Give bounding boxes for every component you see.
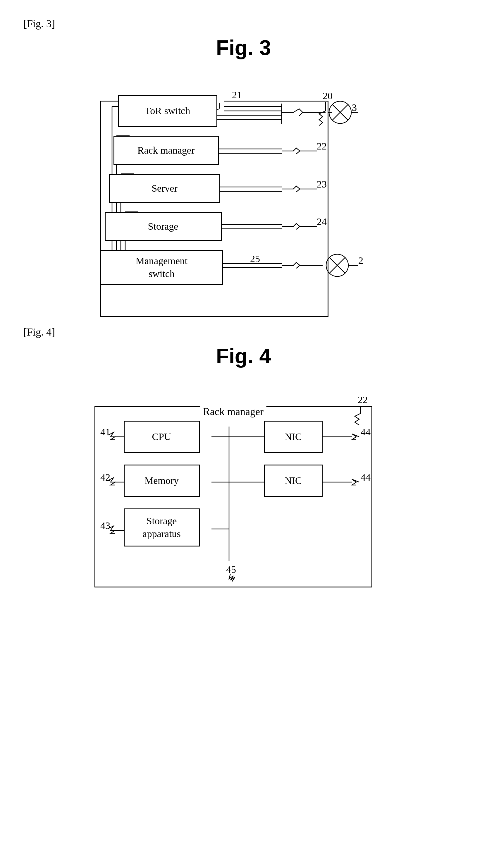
svg-text:20: 20 xyxy=(323,90,332,101)
storage-apparatus-box: Storage apparatus xyxy=(124,508,200,547)
cpu-box: CPU xyxy=(124,421,200,453)
memory-box: Memory xyxy=(124,465,200,497)
storage-box: Storage xyxy=(105,212,222,241)
svg-point-7 xyxy=(329,101,351,123)
nic-box-top: NIC xyxy=(264,421,323,453)
fig3-tag: [Fig. 3] xyxy=(23,18,464,30)
svg-line-8 xyxy=(332,104,348,120)
tor-switch-box: ToR switch xyxy=(118,95,217,127)
server-box: Server xyxy=(109,174,220,203)
page: [Fig. 3] Fig. 3 20 3 xyxy=(0,0,487,868)
svg-text:2: 2 xyxy=(358,255,363,266)
svg-text:22: 22 xyxy=(358,394,368,405)
svg-line-9 xyxy=(332,104,348,120)
fig4-tag: [Fig. 4] xyxy=(23,326,464,338)
fig3-diagram: 20 3 21 xyxy=(83,77,404,326)
fig3-title: Fig. 3 xyxy=(23,36,464,60)
nic-box-bottom: NIC xyxy=(264,465,323,497)
mgmt-switch-box: Management switch xyxy=(100,250,223,285)
svg-text:3: 3 xyxy=(352,102,357,113)
rack-manager-label: Rack manager xyxy=(200,405,266,418)
fig4-title: Fig. 4 xyxy=(23,344,464,368)
svg-line-31 xyxy=(329,257,345,273)
rack-manager-box: Rack manager xyxy=(113,136,219,165)
svg-point-29 xyxy=(326,254,348,276)
svg-text:21: 21 xyxy=(232,90,242,100)
fig4-diagram: 22 41 42 43 44 44 45 xyxy=(83,385,404,605)
svg-line-30 xyxy=(329,257,345,273)
